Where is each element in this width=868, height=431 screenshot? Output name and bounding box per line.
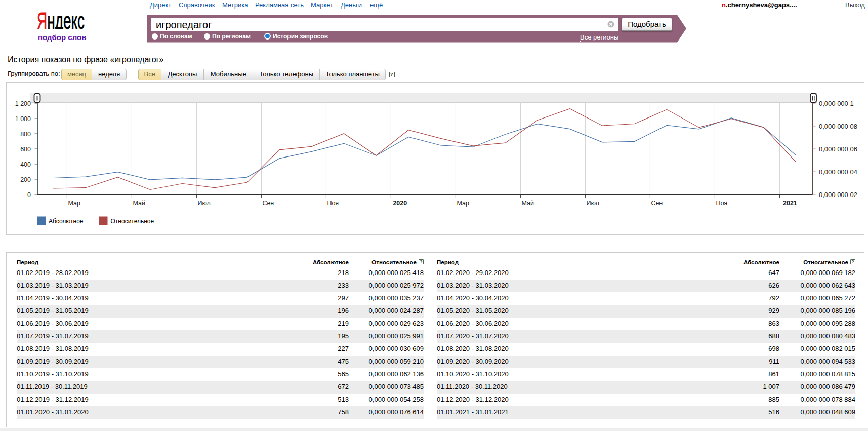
svg-text:1 000: 1 000 [15, 115, 31, 123]
svg-text:0,000 000 1: 0,000 000 1 [819, 100, 854, 107]
svg-text:Ноя: Ноя [327, 200, 339, 207]
svg-text:200: 200 [20, 176, 31, 183]
svg-text:Относительное: Относительное [111, 218, 154, 225]
svg-text:Сен: Сен [651, 200, 663, 207]
svg-text:2021: 2021 [783, 200, 797, 207]
svg-text:Мар: Мар [457, 200, 469, 207]
svg-text:600: 600 [20, 146, 31, 153]
svg-text:0: 0 [27, 191, 31, 199]
svg-text:Абсолютное: Абсолютное [49, 218, 84, 225]
svg-text:Яндекс: Яндекс [37, 9, 85, 29]
svg-text:2020: 2020 [393, 200, 407, 207]
svg-text:Мар: Мар [68, 200, 80, 207]
svg-text:Ноя: Ноя [716, 200, 727, 207]
svg-text:400: 400 [20, 161, 31, 168]
svg-text:Май: Май [133, 200, 145, 207]
svg-text:Май: Май [521, 200, 534, 207]
svg-text:1 200: 1 200 [15, 100, 31, 107]
svg-text:Июл: Июл [586, 200, 599, 207]
svg-text:Июл: Июл [197, 200, 210, 207]
svg-text:0,000 000 08: 0,000 000 08 [819, 123, 857, 130]
svg-text:800: 800 [20, 131, 31, 138]
svg-text:0,000 000 06: 0,000 000 06 [819, 145, 857, 153]
svg-text:0,000 000 04: 0,000 000 04 [819, 168, 857, 176]
svg-text:Сен: Сен [262, 200, 274, 207]
svg-text:0,000 000 02: 0,000 000 02 [819, 191, 857, 199]
